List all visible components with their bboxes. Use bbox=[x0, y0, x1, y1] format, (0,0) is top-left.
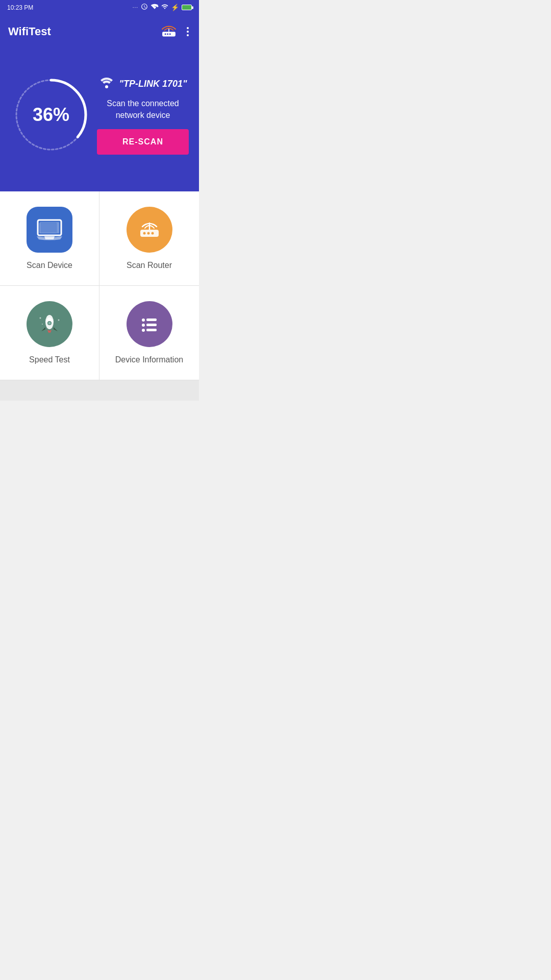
feature-grid: Scan Device Scan Router bbox=[0, 191, 199, 380]
status-time: 10:23 PM bbox=[7, 4, 33, 11]
scan-device-cell[interactable]: Scan Device bbox=[0, 191, 99, 286]
scan-router-label: Scan Router bbox=[127, 261, 172, 270]
speed-test-label: Speed Test bbox=[29, 355, 70, 364]
app-bar: WifiTest bbox=[0, 15, 199, 48]
svg-rect-28 bbox=[146, 329, 157, 331]
ssid-row: "TP-LINK 1701" bbox=[98, 75, 187, 93]
speed-test-icon bbox=[27, 301, 72, 347]
gauge-percentage: 36% bbox=[33, 104, 69, 126]
wifi-signal-icon bbox=[151, 3, 159, 12]
svg-point-15 bbox=[147, 232, 149, 235]
overflow-menu-button[interactable] bbox=[185, 25, 191, 38]
svg-point-21 bbox=[58, 320, 60, 321]
scan-description: Scan the connected network device bbox=[97, 98, 189, 121]
rescan-button[interactable]: RE-SCAN bbox=[97, 129, 189, 155]
app-bar-icons bbox=[159, 21, 191, 42]
device-info-icon bbox=[127, 301, 172, 347]
router-icon-button[interactable] bbox=[159, 21, 179, 42]
app-title: WifiTest bbox=[8, 25, 51, 38]
svg-rect-26 bbox=[146, 324, 157, 326]
svg-point-25 bbox=[142, 324, 145, 327]
hero-section: 36% "TP-LINK 1701" Scan the connected ne… bbox=[0, 48, 199, 191]
svg-point-2 bbox=[165, 33, 166, 35]
svg-rect-1 bbox=[162, 32, 176, 36]
svg-rect-11 bbox=[40, 223, 57, 233]
scan-router-icon bbox=[127, 207, 172, 253]
svg-rect-24 bbox=[146, 318, 157, 321]
svg-point-27 bbox=[142, 329, 145, 332]
status-bar: 10:23 PM ··· ⚡ bbox=[0, 0, 199, 15]
status-icons: ··· ⚡ bbox=[133, 3, 192, 12]
wifi-hero-icon bbox=[98, 75, 115, 93]
speed-test-cell[interactable]: Speed Test bbox=[0, 286, 99, 380]
dots-icon: ··· bbox=[133, 5, 138, 10]
svg-point-22 bbox=[42, 324, 43, 325]
scan-router-cell[interactable]: Scan Router bbox=[99, 191, 199, 286]
scan-device-icon bbox=[27, 207, 72, 253]
battery-icon bbox=[182, 5, 192, 10]
hero-right: "TP-LINK 1701" Scan the connected networ… bbox=[97, 75, 189, 155]
device-info-cell[interactable]: Device Information bbox=[99, 286, 199, 380]
wifi-ssid: "TP-LINK 1701" bbox=[119, 79, 187, 89]
signal-bars-icon bbox=[161, 3, 168, 12]
alarm-icon bbox=[141, 3, 148, 12]
svg-point-20 bbox=[40, 317, 41, 319]
scan-device-label: Scan Device bbox=[27, 261, 72, 270]
bottom-bar bbox=[0, 380, 199, 401]
svg-point-19 bbox=[48, 322, 51, 325]
svg-point-4 bbox=[169, 33, 171, 35]
svg-point-23 bbox=[142, 318, 145, 322]
svg-point-3 bbox=[167, 33, 168, 35]
svg-point-16 bbox=[151, 232, 154, 235]
device-info-label: Device Information bbox=[115, 355, 183, 364]
bolt-icon: ⚡ bbox=[171, 4, 179, 11]
svg-point-14 bbox=[143, 232, 145, 235]
gauge-container: 36% bbox=[10, 74, 92, 156]
